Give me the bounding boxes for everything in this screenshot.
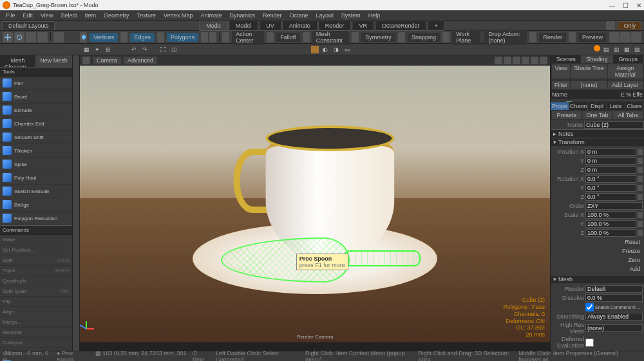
close-button[interactable]: ✕ [636, 2, 641, 9]
vertical-tabs-left[interactable] [73, 55, 80, 351]
tool-sketch-extrude[interactable]: Sketch Extrude [0, 185, 72, 198]
drop-action-dropdown[interactable]: Drop Action: (none) [484, 30, 527, 45]
cmd-flip[interactable]: Flip [0, 297, 72, 307]
assign-material-button[interactable]: Assign Material [608, 64, 643, 79]
edges-mode-button[interactable]: Edges [130, 33, 155, 42]
palette-icon[interactable] [609, 32, 620, 42]
layout-dropdown[interactable]: Default Layouts [3, 21, 55, 30]
transform-section[interactable]: ▾ Transform [551, 138, 644, 146]
tool-bevel[interactable]: Bevel [0, 90, 72, 104]
polygons-mode-button[interactable]: Polygons [167, 33, 198, 42]
render-button[interactable]: Render [539, 33, 566, 42]
redo-icon[interactable]: ↷ [140, 45, 149, 54]
menu-octane[interactable]: Octane [287, 12, 312, 19]
mesh-cleanup-button[interactable]: Mesh Cleanup... [0, 55, 36, 67]
3d-viewport[interactable]: Proc Spoon press F1 for more Render Came… [80, 66, 550, 342]
menu-view[interactable]: View [37, 12, 56, 19]
grid-icon[interactable]: ▦ [82, 45, 91, 54]
props-tab-display[interactable]: Displ [588, 102, 607, 110]
props-tab-lists[interactable]: Lists [607, 102, 625, 110]
menu-vertexmap[interactable]: Vertex Map [160, 12, 196, 19]
frame-all-icon[interactable]: ⛶ [158, 45, 167, 54]
tool-pen[interactable]: Pen [0, 77, 72, 90]
view-dropdown[interactable]: View [552, 64, 570, 79]
edge-mode-icon[interactable] [120, 32, 128, 42]
toggle-icon[interactable] [311, 46, 319, 53]
mode-tab-vr[interactable]: VR [352, 21, 374, 31]
mode-tab-add[interactable]: + [427, 21, 444, 31]
cmd-quadruple[interactable]: Quadruple [0, 276, 72, 286]
record-icon[interactable] [594, 45, 600, 51]
panel-icon-3[interactable]: ▦ [622, 45, 631, 54]
viewport-option-icon-e[interactable] [531, 57, 538, 64]
falloff-icon[interactable] [267, 32, 274, 42]
cmd-set-position[interactable]: Set Position... [0, 245, 72, 255]
rot-y-input[interactable] [585, 184, 636, 192]
viewport-option-icon-2[interactable]: ◑ [332, 45, 341, 54]
viewport-option-icon-d[interactable] [522, 57, 529, 64]
shade-tree-dropdown[interactable]: Shade Tree [571, 64, 606, 79]
menu-animate[interactable]: Animate [197, 12, 225, 19]
viewport-option-icon-b[interactable] [504, 57, 511, 64]
add-layer-button[interactable]: Add Layer [608, 81, 643, 89]
undo-icon[interactable]: ↶ [129, 45, 138, 54]
palette-icon-3[interactable] [631, 32, 641, 42]
ui-toggle-icon[interactable] [606, 21, 615, 30]
viewport-option-icon-a[interactable] [495, 57, 502, 64]
reset-button[interactable]: Reset [622, 238, 643, 246]
scale-tool-icon[interactable] [26, 32, 36, 42]
deferred-eval-checkbox[interactable] [585, 338, 594, 347]
only-button[interactable]: Only [618, 21, 641, 30]
axis-gizmo[interactable] [86, 320, 102, 336]
mode-tab-octane[interactable]: OctaneRender [375, 21, 427, 31]
mode-tab-model[interactable]: Model [229, 21, 259, 31]
panel-icon-4[interactable]: ▧ [632, 45, 641, 54]
tab-scenes[interactable]: Scenes [551, 55, 582, 63]
menu-system[interactable]: System [338, 12, 364, 19]
menu-layout[interactable]: Layout [313, 12, 337, 19]
rot-z-input[interactable] [585, 193, 636, 201]
preview-icon[interactable] [569, 32, 576, 42]
snapping-button[interactable]: Snapping [408, 33, 440, 42]
tool-extrude[interactable]: Extrude [0, 104, 72, 117]
action-center-button[interactable]: Action Center [232, 30, 264, 45]
menu-texture[interactable]: Texture [133, 12, 159, 19]
filter-value[interactable]: (none) [571, 81, 606, 89]
tool-polyhaul[interactable]: Poly Haul [0, 171, 72, 185]
menu-item[interactable]: Item [81, 12, 99, 19]
workplane-button[interactable]: Work Plane [452, 30, 480, 45]
order-input[interactable] [585, 202, 643, 210]
panel-icon-2[interactable]: ▥ [612, 45, 621, 54]
cmd-collapse[interactable]: Collapse [0, 338, 72, 348]
mesh-render-input[interactable] [585, 285, 643, 293]
tool-spike[interactable]: Spike [0, 158, 72, 171]
stepper-icon[interactable] [638, 149, 643, 155]
props-tab-channels[interactable]: Chann [569, 102, 588, 110]
render-icon[interactable] [529, 32, 536, 42]
workplane-icon[interactable] [442, 32, 450, 42]
cmd-split[interactable]: SplitCtrl+S [0, 255, 72, 266]
scale-z-input[interactable] [585, 229, 636, 237]
snapping-icon[interactable] [398, 32, 405, 42]
one-tab-button[interactable]: One Tab [583, 111, 612, 119]
scale-x-input[interactable] [585, 211, 636, 219]
freeze-button[interactable]: Freeze [620, 247, 643, 255]
mesh-section[interactable]: ▾ Mesh [551, 275, 644, 283]
mode-tab-uv[interactable]: UV [259, 21, 281, 31]
symmetry-button[interactable]: Symmetry [361, 33, 395, 42]
rot-x-input[interactable] [585, 175, 636, 183]
zero-button[interactable]: Zero [625, 256, 643, 264]
material-mode-icon[interactable] [209, 32, 216, 42]
scale-y-input[interactable] [585, 220, 636, 228]
tool-chamfer[interactable]: Chamfer Edit [0, 117, 72, 131]
mesh-dissolve-input[interactable] [585, 294, 643, 302]
hires-input[interactable] [585, 324, 643, 332]
presets-button[interactable]: Presets [552, 111, 582, 119]
menu-render[interactable]: Render [260, 12, 285, 19]
cmd-triple[interactable]: TripleShift+T [0, 266, 72, 276]
maximize-button[interactable]: ☐ [623, 2, 629, 9]
viewport-nav-icon[interactable] [82, 57, 90, 64]
menu-dynamics[interactable]: Dynamics [227, 12, 259, 19]
viewport-tab-advanced[interactable]: Advanced [124, 57, 157, 64]
props-tab-clues[interactable]: Clues [625, 102, 644, 110]
